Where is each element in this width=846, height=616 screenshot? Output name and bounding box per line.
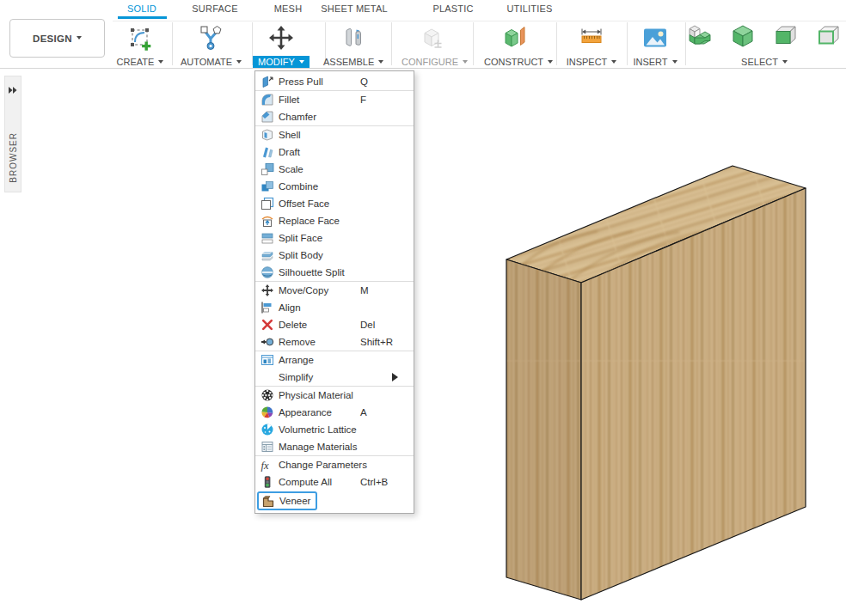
group-label: ASSEMBLE [323,57,374,67]
toolbar-group-create[interactable]: CREATE [110,22,170,69]
tab-label: UTILITIES [506,3,552,14]
menu-item-press-pull[interactable]: Press PullQ [255,73,414,90]
tab-utilities[interactable]: UTILITIES [506,3,552,14]
tab-mesh[interactable]: MESH [274,3,303,14]
silhouette-split-icon [261,265,274,279]
menu-item-simplify[interactable]: Simplify [255,369,414,386]
toolbar-separator [172,22,173,65]
menu-item-arrange[interactable]: Arrange [255,351,414,369]
tab-surface[interactable]: SURFACE [192,3,237,14]
align-icon [261,301,274,314]
dropdown-caret-icon [611,60,616,64]
menu-item-combine[interactable]: Combine [255,178,414,195]
svg-text:fx: fx [261,460,269,472]
volumetric-lattice-icon [261,423,274,436]
toolbar-group-select[interactable]: SELECT [684,22,845,69]
menu-item-veneer[interactable]: Veneer [255,491,414,511]
menu-item-delete[interactable]: DeleteDel [255,316,414,333]
shortcut: F [360,95,366,105]
dropdown-caret-icon [378,60,383,64]
menu-item-fillet[interactable]: FilletF [255,91,414,108]
expand-chevrons-icon[interactable] [9,82,18,97]
fx-icon: fx [261,458,274,472]
toolbar-group-insert[interactable]: INSERT [625,22,685,69]
toolbar-group-modify[interactable]: MODIFY [251,22,311,69]
toolbar-group-configure: CONFIGURE [402,22,462,69]
group-label: CONSTRUCT [484,57,543,67]
toolbar-group-construct[interactable]: CONSTRUCT [484,22,544,69]
toolbar-separator [556,22,557,65]
press-pull-icon [261,75,274,88]
toolbar-group-automate[interactable]: AUTOMATE [181,22,241,69]
group-label: INSPECT [567,57,608,67]
design-workspace-button[interactable]: DESIGN [9,19,105,58]
toolbar-separator [391,22,392,65]
viewport-canvas[interactable] [0,69,846,616]
insert-image-icon [625,22,685,53]
shortcut: A [360,407,367,418]
menu-item-silhouette-split[interactable]: Silhouette Split [255,264,414,281]
menu-item-offset-face[interactable]: Offset Face [255,195,414,212]
toolbar-divider [0,68,846,69]
split-body-icon [261,248,274,262]
shortcut: Del [360,320,375,330]
dropdown-caret-icon [672,60,677,64]
menu-item-replace-face[interactable]: Replace Face [255,212,414,229]
configure-icon [402,22,462,53]
wood-block[interactable] [0,69,846,616]
combine-icon [261,180,274,193]
shell-icon [261,128,274,142]
shortcut: Shift+R [360,337,393,347]
browser-panel-collapsed[interactable]: BROWSER [4,76,21,192]
tab-solid[interactable]: SOLID [127,3,156,14]
tab-label: PLASTIC [432,3,473,14]
ribbon-toolbar: SOLID SURFACE MESH SHEET METAL PLASTIC U… [0,0,846,69]
veneer-selection-highlight: Veneer [257,491,317,510]
menu-item-manage-materials[interactable]: Manage Materials [255,438,414,455]
menu-item-chamfer[interactable]: Chamfer [255,108,414,125]
replace-face-icon [261,214,274,228]
body-select-icon[interactable] [728,23,757,52]
tab-label: SURFACE [192,3,237,14]
menu-item-compute-all[interactable]: Compute AllCtrl+B [255,473,414,491]
appearance-icon [261,406,274,419]
toolbar-group-assemble[interactable]: ASSEMBLE [323,22,383,69]
face-select-icon[interactable] [771,23,800,52]
move-copy-icon [261,284,274,297]
fusion-window: SOLID SURFACE MESH SHEET METAL PLASTIC U… [0,0,846,616]
shortcut: Ctrl+B [360,477,388,487]
group-label: INSERT [633,57,667,67]
menu-item-move-copy[interactable]: Move/CopyM [255,282,414,299]
compute-all-icon [261,475,274,489]
dropdown-caret-icon [782,60,788,64]
menu-item-volumetric-lattice[interactable]: Volumetric Lattice [255,421,414,438]
edge-select-icon[interactable] [814,23,843,52]
menu-item-align[interactable]: Align [255,299,414,316]
physical-material-icon [261,388,274,402]
menu-item-physical-material[interactable]: Physical Material [255,387,414,404]
tab-plastic[interactable]: PLASTIC [432,3,473,14]
menu-item-shell[interactable]: Shell [255,126,414,143]
menu-item-appearance[interactable]: AppearanceA [255,404,414,421]
assemble-icon [323,22,383,53]
chamfer-icon [261,110,274,124]
box-select-icon[interactable] [685,23,714,52]
measure-icon [561,22,622,53]
toolbar-group-inspect[interactable]: INSPECT [561,22,622,69]
dropdown-caret-icon [236,60,242,64]
modify-dropdown-menu: Press PullQ FilletF Chamfer Shell Draft … [254,70,414,514]
menu-item-change-parameters[interactable]: fxChange Parameters [255,456,414,473]
menu-item-remove[interactable]: RemoveShift+R [255,333,414,351]
menu-item-draft[interactable]: Draft [255,143,414,161]
menu-item-scale[interactable]: Scale [255,161,414,178]
dropdown-caret-icon [299,60,304,64]
delete-x-icon [261,318,274,332]
menu-item-split-face[interactable]: Split Face [255,229,414,247]
tab-sheet-metal[interactable]: SHEET METAL [321,3,388,14]
remove-icon [261,335,274,349]
menu-item-split-body[interactable]: Split Body [255,247,414,264]
group-label: SELECT [741,57,778,67]
scale-icon [261,162,274,176]
toolbar-separator [473,22,474,65]
dropdown-caret-icon [158,60,163,64]
